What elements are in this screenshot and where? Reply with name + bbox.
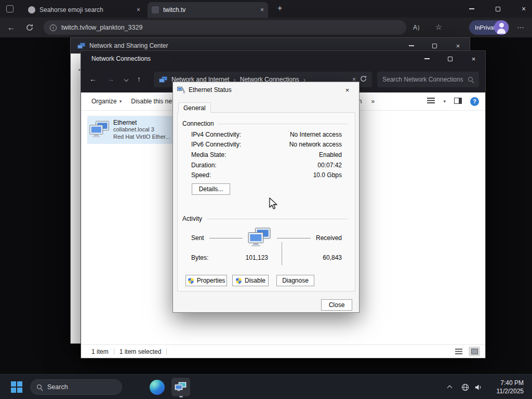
maximize-icon (432, 44, 437, 48)
window-close-button[interactable] (519, 5, 528, 13)
taskbar: Search 7:40 PM 11/2/2025 (0, 374, 532, 399)
nav-forward-button[interactable] (107, 75, 114, 83)
refresh-icon[interactable] (360, 75, 367, 84)
minimize-button[interactable] (415, 51, 438, 66)
window-title: Network and Sharing Center (89, 42, 168, 49)
ethernet-connection-item[interactable]: Ethernet collabnet.local 3 Red Hat VirtI… (87, 116, 177, 144)
browser-chrome: Seahorse emoji search twitch.tv twitch.t… (0, 0, 532, 37)
network-globe-icon[interactable] (461, 383, 469, 393)
network-app-icon (175, 382, 187, 393)
site-info-icon[interactable] (50, 24, 57, 31)
status-row: IPv6 Connectivity: No network access (191, 140, 342, 150)
network-connections-taskbar-icon[interactable] (171, 378, 190, 396)
minimize-icon (424, 58, 430, 59)
maximize-button[interactable] (438, 51, 462, 66)
new-tab-button[interactable] (277, 4, 282, 13)
row-value: 00:07:42 (317, 162, 342, 169)
edge-taskbar-icon[interactable] (150, 380, 165, 395)
tab-actions-icon[interactable] (6, 5, 14, 12)
window-title: Network Connections (91, 55, 151, 62)
read-aloud-icon[interactable] (413, 24, 419, 31)
organize-label: Organize (91, 98, 117, 105)
taskbar-clock[interactable]: 7:40 PM 11/2/2025 (482, 379, 524, 395)
maximize-icon (448, 57, 453, 61)
diagnose-button[interactable]: Diagnose (276, 275, 314, 286)
favorites-star-icon[interactable] (435, 23, 442, 31)
status-row: Speed: 10.0 Gbps (191, 170, 342, 180)
activity-row: Sent Received (191, 228, 342, 248)
start-button[interactable] (9, 380, 24, 394)
ethernet-icon (177, 87, 185, 94)
nav-back-button[interactable] (89, 75, 97, 83)
help-icon[interactable] (470, 97, 479, 106)
change-view-icon[interactable] (427, 97, 435, 105)
url-field[interactable]: twitch.tv/low_plankton_3329 (44, 20, 406, 35)
statusbar-divider (166, 348, 167, 355)
close-button[interactable] (462, 51, 485, 66)
status-row: Media State: Enabled (191, 150, 342, 160)
organize-menu[interactable]: Organize (91, 98, 122, 105)
connection-device: Red Hat VirtIO Ether... (113, 134, 170, 141)
row-label: IPv4 Connectivity: (191, 131, 241, 138)
search-icon[interactable] (468, 77, 474, 83)
row-value: Enabled (319, 151, 342, 158)
browser-refresh-button[interactable] (26, 24, 33, 33)
tab-close-icon[interactable] (137, 6, 140, 14)
preview-pane-icon[interactable] (454, 98, 462, 105)
browser-back-button[interactable] (7, 23, 15, 32)
clock-time: 7:40 PM (482, 379, 524, 387)
disable-button[interactable]: Disable (232, 275, 269, 286)
tab-favicon (28, 6, 35, 14)
volume-icon[interactable] (474, 383, 482, 393)
dialog-titlebar[interactable]: Ethernet Status (173, 82, 359, 98)
tab-favicon (152, 6, 159, 14)
desktop: { "browser": { "tabs": [ {"title": "Seah… (0, 0, 532, 399)
tab-general[interactable]: General (178, 102, 211, 113)
nav-history-chevron-icon[interactable] (124, 77, 128, 82)
tab-close-icon[interactable] (260, 6, 264, 14)
bytes-label: Bytes: (191, 254, 208, 261)
row-label: Speed: (191, 171, 211, 179)
nav-up-button[interactable] (137, 75, 141, 83)
tab-title: twitch.tv (163, 6, 257, 14)
status-bar: 1 item 1 item selected (81, 344, 485, 358)
view-chevron-icon[interactable] (443, 99, 446, 104)
search-placeholder: Search Network Connections (382, 76, 463, 83)
group-divider (218, 124, 348, 124)
row-label: Duration: (191, 162, 217, 169)
status-row: IPv4 Connectivity: No Internet access (191, 129, 342, 140)
browser-menu-button[interactable] (517, 21, 525, 30)
search-label: Search (47, 383, 68, 391)
uac-shield-icon (235, 277, 242, 284)
search-box[interactable]: Search Network Connections (377, 72, 479, 87)
row-label: IPv6 Connectivity: (191, 141, 241, 148)
minimize-icon (409, 45, 414, 46)
thumbnail-view-icon[interactable] (469, 347, 480, 356)
item-count: 1 item (91, 348, 109, 355)
ethernet-status-dialog[interactable]: Ethernet Status General Connection IPv4 … (172, 82, 360, 313)
connection-name: Ethernet (113, 119, 170, 126)
window-maximize-button[interactable] (493, 5, 502, 13)
browser-tab-seahorse[interactable]: Seahorse emoji search (24, 2, 144, 18)
window-icon (77, 43, 85, 49)
window-titlebar[interactable]: Network Connections (81, 51, 485, 66)
browser-tab-twitch[interactable]: twitch.tv (148, 2, 268, 18)
command-overflow-button[interactable]: » (371, 98, 375, 105)
sent-label: Sent (191, 234, 204, 242)
disable-label: Disable (245, 277, 265, 284)
close-button[interactable]: Close (321, 299, 352, 311)
statusbar-divider (114, 348, 114, 355)
row-value: No network access (289, 141, 342, 148)
properties-button[interactable]: Properties (185, 275, 227, 286)
taskbar-search-box[interactable]: Search (30, 379, 122, 395)
search-icon (37, 384, 43, 390)
window-minimize-button[interactable] (467, 5, 476, 13)
maximize-icon (496, 7, 500, 11)
dialog-close-button[interactable] (336, 82, 359, 98)
details-button[interactable]: Details... (192, 183, 230, 195)
tray-chevron-up-icon[interactable] (447, 385, 453, 391)
details-view-icon[interactable] (453, 347, 464, 356)
browser-address-bar: twitch.tv/low_plankton_3329 InPrivate (0, 18, 532, 37)
profile-avatar[interactable] (494, 20, 509, 35)
tab-title: Seahorse emoji search (39, 6, 134, 14)
